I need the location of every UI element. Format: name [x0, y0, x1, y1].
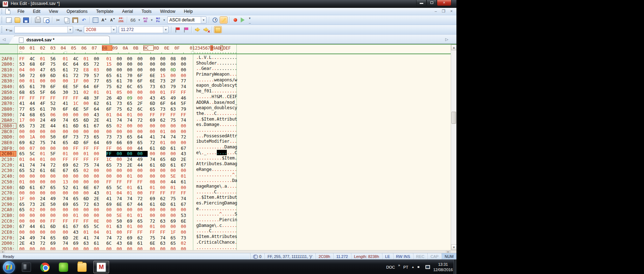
ascii-char[interactable]: u: [204, 60, 206, 66]
ascii-char[interactable]: e: [217, 71, 219, 77]
ascii-char[interactable]: o: [229, 100, 232, 105]
title-bar[interactable]: M Hex Edit - [dssave4.sav *] ×: [0, 0, 456, 8]
ascii-char[interactable]: A: [211, 234, 214, 239]
ascii-char[interactable]: .: [211, 55, 214, 60]
ascii-char[interactable]: D: [224, 161, 227, 167]
ascii-char[interactable]: t: [235, 116, 237, 122]
ascii-char[interactable]: a: [199, 82, 201, 88]
ascii-char[interactable]: n: [227, 71, 229, 77]
taskbar-dark-app[interactable]: [19, 261, 34, 273]
ascii-char[interactable]: .: [206, 245, 209, 250]
ascii-char[interactable]: m: [211, 194, 214, 200]
ascii-char[interactable]: .: [201, 172, 204, 178]
find-icon[interactable]: 66: [129, 16, 137, 24]
ascii-char[interactable]: .: [229, 245, 232, 250]
ascii-char[interactable]: l: [217, 239, 219, 245]
header-col-08[interactable]: 08: [102, 45, 112, 51]
ascii-char[interactable]: .: [196, 116, 199, 122]
ascii-char[interactable]: .: [201, 189, 204, 195]
ascii-char[interactable]: e: [217, 122, 219, 127]
ascii-char[interactable]: .: [214, 217, 216, 223]
ascii-char[interactable]: b: [209, 161, 211, 167]
ascii-char[interactable]: a: [199, 183, 201, 189]
ascii-char[interactable]: t: [217, 234, 219, 239]
ascii-char[interactable]: .: [211, 172, 214, 178]
ascii-char[interactable]: i: [227, 194, 229, 200]
toolbar-grip[interactable]: [1, 17, 3, 23]
ascii-char[interactable]: .: [232, 167, 235, 172]
ascii-char[interactable]: .: [201, 155, 204, 161]
maximize-button[interactable]: [426, 0, 437, 6]
scroll-up-icon[interactable]: ▲: [451, 45, 456, 50]
ascii-char[interactable]: 0: [206, 88, 209, 94]
ascii-char[interactable]: o: [214, 82, 216, 88]
play-macro-icon[interactable]: [240, 16, 248, 24]
ascii-char[interactable]: m: [204, 71, 206, 77]
ascii-char[interactable]: a: [206, 66, 209, 71]
ascii-char[interactable]: .: [214, 167, 216, 172]
ascii-char[interactable]: .: [209, 217, 211, 223]
hex-row-2AF0[interactable]: 2AF0:FF4C0156014C01000100000000000800.L.…: [0, 55, 456, 60]
close-button[interactable]: ×: [437, 0, 451, 6]
menu-item-view[interactable]: View: [45, 8, 62, 15]
ascii-char[interactable]: .: [222, 88, 224, 94]
ascii-char[interactable]: .: [229, 223, 232, 228]
ascii-char[interactable]: .: [229, 55, 232, 60]
ascii-char[interactable]: h: [196, 88, 199, 94]
ascii-char[interactable]: g: [235, 200, 237, 206]
ascii-char[interactable]: .: [227, 211, 229, 217]
ascii-char[interactable]: .: [222, 122, 224, 127]
ascii-char[interactable]: $: [196, 234, 199, 239]
ascii-char[interactable]: L: [199, 55, 201, 60]
chevron-down-icon[interactable]: ▼: [67, 26, 73, 33]
ascii-char[interactable]: t: [196, 111, 199, 116]
hex-row-2BB0[interactable]: 2BB0:65732E44616D61676502000000000000es.…: [0, 122, 456, 127]
ascii-char[interactable]: i: [222, 234, 224, 239]
ascii-char[interactable]: .: [222, 206, 224, 212]
ascii-char[interactable]: r: [211, 200, 214, 206]
ascii-char[interactable]: i: [204, 239, 206, 245]
ascii-char[interactable]: P: [204, 200, 206, 206]
ascii-char[interactable]: .: [214, 66, 216, 71]
ascii-char[interactable]: .: [209, 100, 211, 105]
ascii-char[interactable]: .: [227, 66, 229, 71]
ascii-char[interactable]: _: [201, 88, 204, 94]
ascii-char[interactable]: u: [211, 161, 214, 167]
hex-row-2C60[interactable]: 2C60:6D61676552616E67655C016101000100mag…: [0, 183, 456, 189]
ascii-char[interactable]: .: [232, 189, 235, 195]
ascii-char[interactable]: y: [235, 105, 237, 111]
status-mode[interactable]: RW INS: [393, 253, 413, 259]
ascii-char[interactable]: .: [229, 178, 232, 183]
open-file-icon[interactable]: [14, 16, 21, 24]
ascii-char[interactable]: c: [229, 239, 232, 245]
ascii-char[interactable]: .: [209, 178, 211, 183]
ascii-char[interactable]: .: [227, 223, 229, 228]
ascii-char[interactable]: D: [199, 223, 201, 228]
ascii-char[interactable]: a: [214, 239, 216, 245]
hex-row-2BE0[interactable]: 2BE0:69627574654D6F646966696572010000ibu…: [0, 138, 456, 144]
ascii-char[interactable]: .: [199, 133, 201, 139]
ascii-char[interactable]: a: [227, 200, 229, 206]
ascii-char[interactable]: t: [227, 155, 229, 161]
ascii-char[interactable]: _: [235, 100, 237, 105]
ascii-char[interactable]: .: [222, 66, 224, 71]
hex-row-2D00[interactable]: 2D00:2E437269746963616C4368616E636502.Cr…: [0, 239, 456, 245]
ascii-char[interactable]: .: [232, 223, 235, 228]
ascii-char[interactable]: .: [211, 206, 214, 212]
ascii-char[interactable]: .: [217, 111, 219, 116]
ascii-char[interactable]: s: [211, 133, 214, 139]
ascii-char[interactable]: $: [201, 116, 204, 122]
ascii-char[interactable]: .: [206, 94, 209, 100]
ascii-char[interactable]: .: [209, 144, 211, 150]
ascii-char[interactable]: .: [211, 144, 214, 150]
ascii-char[interactable]: n: [209, 105, 211, 111]
status-length[interactable]: Length: 8238h: [351, 253, 382, 259]
ascii-char[interactable]: .: [219, 111, 222, 116]
ascii-char[interactable]: A: [196, 100, 199, 105]
ascii-char[interactable]: t: [219, 116, 222, 122]
ascii-char[interactable]: s: [219, 161, 222, 167]
ascii-char[interactable]: e: [222, 100, 224, 105]
ascii-char[interactable]: .: [217, 60, 219, 66]
ascii-char[interactable]: D: [204, 122, 206, 127]
ascii-char[interactable]: .: [217, 178, 219, 183]
